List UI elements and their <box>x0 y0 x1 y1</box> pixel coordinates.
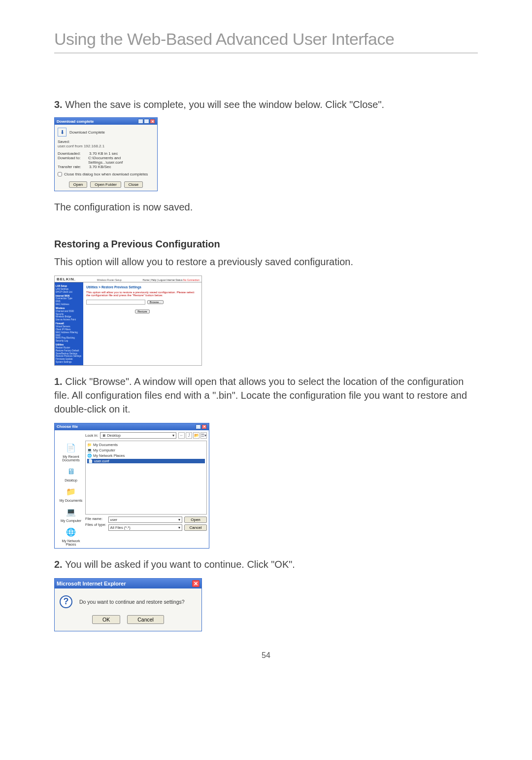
minimize-button[interactable]: _ <box>138 119 143 124</box>
close-button[interactable]: Close <box>124 181 143 188</box>
filetype-label: Files of type: <box>85 522 106 527</box>
restore-heading: Restoring a Previous Configuration <box>54 239 478 250</box>
ie-title: Microsoft Internet Explorer <box>57 581 126 587</box>
places-documents[interactable]: 📁My Documents <box>60 486 83 502</box>
transfer-rate-label: Transfer rate: <box>58 165 86 169</box>
places-computer[interactable]: 💻My Computer <box>61 506 81 522</box>
file-list[interactable]: 📁My Documents 💻My Computer 🌐My Network P… <box>85 441 207 515</box>
back-icon[interactable]: ← <box>178 432 185 439</box>
close-x-button[interactable]: ✕ <box>192 580 200 587</box>
belkin-main-heading: Utilities > Restore Previous Settings <box>86 285 199 289</box>
downloaded-value: 3.70 KB in 1 sec <box>89 151 118 156</box>
belkin-status: No Connection <box>183 278 200 281</box>
belkin-sidebar[interactable]: LAN Setup LAN Settings DHCP Client List … <box>55 282 83 365</box>
chevron-down-icon[interactable]: ▾ <box>178 518 180 522</box>
close-on-complete-input[interactable] <box>58 172 62 176</box>
file-item-my-documents[interactable]: 📁My Documents <box>87 443 205 447</box>
sidebar-item[interactable]: System Settings <box>56 361 82 364</box>
belkin-top-links[interactable]: Home | Help | Logout Internet Status:No … <box>143 278 200 281</box>
ie-confirm-dialog: Microsoft Internet Explorer ✕ ? Do you w… <box>54 578 202 631</box>
saved-value: user.conf from 192.168.2.1 <box>58 144 154 148</box>
cancel-button[interactable]: Cancel <box>184 524 207 531</box>
close-x-button[interactable]: ✕ <box>201 424 207 429</box>
file-item-my-network[interactable]: 🌐My Network Places <box>87 453 205 458</box>
transfer-rate-value: 3.70 KB/Sec <box>89 165 111 169</box>
places-recent[interactable]: 📄My Recent Documents <box>57 442 85 462</box>
page-number: 54 <box>54 651 478 660</box>
chevron-down-icon[interactable]: ▾ <box>172 433 174 438</box>
close-x-button[interactable]: ✕ <box>150 119 155 124</box>
filename-label: File name: <box>85 517 106 521</box>
belkin-logo: BELKIN. <box>57 277 76 281</box>
ok-button[interactable]: OK <box>92 615 120 624</box>
choose-title-bar[interactable]: Choose file ? ✕ <box>55 423 209 430</box>
download-complete-dialog: Download complete _ □ ✕ ⬇ Download Compl… <box>54 117 158 191</box>
step-2-body: You will be asked if you want to continu… <box>65 559 295 570</box>
close-on-complete-checkbox[interactable]: Close this dialog box when download comp… <box>58 172 154 176</box>
view-icon[interactable]: ☰▾ <box>200 432 207 439</box>
downloaded-label: Downloaded: <box>58 151 86 156</box>
up-icon[interactable]: ⤴ <box>186 432 192 439</box>
belkin-links-text[interactable]: Home | Help | Logout Internet Status: <box>143 278 183 281</box>
places-desktop[interactable]: 🖥Desktop <box>65 466 77 482</box>
new-folder-icon[interactable]: 📂 <box>193 432 200 439</box>
step-1-body: Click "Browse". A window will open that … <box>54 376 467 415</box>
download-icon: ⬇ <box>58 128 66 137</box>
saved-label: Saved: <box>58 139 154 144</box>
belkin-main-text: This option will allow you to restore a … <box>86 291 199 297</box>
open-folder-button[interactable]: Open Folder <box>90 181 121 188</box>
download-to-value: C:\Documents and Settings...\user.conf <box>88 156 154 165</box>
step-1-text: 1. Click "Browse". A window will open th… <box>54 375 478 416</box>
dialog-title-bar[interactable]: Download complete _ □ ✕ <box>55 118 157 125</box>
belkin-router-page: BELKIN. Wireless Router Setup Home | Hel… <box>54 276 202 366</box>
network-icon: 🌐 <box>87 453 92 458</box>
step-3-body: When the save is complete, you will see … <box>65 99 384 110</box>
lookin-value: Desktop <box>107 433 121 438</box>
question-icon: ? <box>60 595 72 608</box>
sidebar-item[interactable]: DHCP Client List <box>56 291 82 294</box>
ie-message: Do you want to continue and restore sett… <box>79 599 185 605</box>
config-file-input[interactable] <box>86 300 145 305</box>
restore-intro: This option will allow you to restore a … <box>54 255 478 269</box>
restore-button[interactable]: Restore <box>135 310 149 313</box>
file-item-user-conf[interactable]: 📄user.conf <box>87 459 205 463</box>
computer-icon: 💻 <box>87 448 92 452</box>
belkin-model: Wireless Router Setup <box>97 278 122 281</box>
close-on-complete-label: Close this dialog box when download comp… <box>64 172 148 176</box>
sidebar-item[interactable]: MAC Address <box>56 303 82 306</box>
step-2-text: 2. You will be asked if you want to cont… <box>54 557 478 571</box>
filename-input[interactable]: user▾ <box>108 517 182 523</box>
chevron-down-icon[interactable]: ▾ <box>178 525 180 530</box>
browse-button[interactable]: Browse... <box>147 300 164 304</box>
config-saved-text: The configuration is now saved. <box>54 200 478 214</box>
step-3-text: 3. When the save is complete, you will s… <box>54 98 478 111</box>
maximize-button[interactable]: □ <box>144 119 149 124</box>
filetype-dropdown[interactable]: All Files (*.*)▾ <box>108 524 182 531</box>
open-button[interactable]: Open <box>69 181 88 188</box>
dialog-title: Download complete <box>57 119 94 124</box>
choose-file-dialog: Choose file ? ✕ 📄My Recent Documents 🖥De… <box>54 423 209 549</box>
ie-title-bar[interactable]: Microsoft Internet Explorer ✕ <box>55 579 201 588</box>
download-to-label: Download to: <box>58 156 85 165</box>
choose-title: Choose file <box>57 424 78 429</box>
help-button[interactable]: ? <box>196 424 201 429</box>
lookin-dropdown[interactable]: 🖥 Desktop ▾ <box>100 432 176 439</box>
folder-icon: 📁 <box>87 443 92 447</box>
sidebar-item[interactable]: Restore Factory Default <box>56 349 82 352</box>
lookin-label: Look in: <box>85 433 98 438</box>
sidebar-item[interactable]: Use as Access Point <box>56 318 82 321</box>
places-bar[interactable]: 📄My Recent Documents 🖥Desktop 📁My Docume… <box>57 432 85 546</box>
sidebar-item[interactable]: Security Log <box>56 340 82 343</box>
file-item-my-computer[interactable]: 💻My Computer <box>87 448 205 452</box>
places-network[interactable]: 🌐My Network Places <box>57 526 85 546</box>
page-title: Using the Web-Based Advanced User Interf… <box>54 30 478 53</box>
cancel-button[interactable]: Cancel <box>127 615 164 624</box>
file-icon: 📄 <box>88 459 93 463</box>
open-button[interactable]: Open <box>184 517 207 523</box>
download-header: Download Complete <box>69 130 105 135</box>
